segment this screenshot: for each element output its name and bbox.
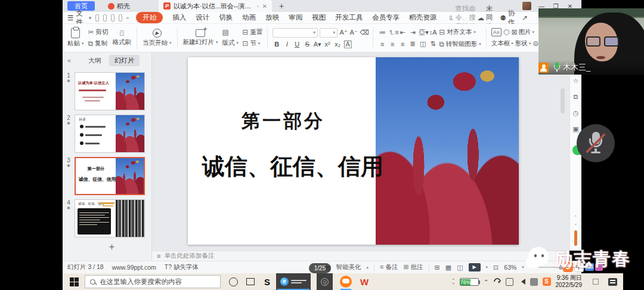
vertical-scrollbar[interactable] xyxy=(561,88,565,113)
align-right-button[interactable]: ≡ xyxy=(398,41,407,48)
start-button[interactable] xyxy=(70,277,79,286)
output-icon[interactable] xyxy=(103,14,107,21)
ribbon-tab-view[interactable]: 视图 xyxy=(312,13,326,22)
task-view-button[interactable] xyxy=(246,278,255,285)
app-window-button[interactable]: Q xyxy=(317,273,333,290)
layout-button[interactable]: 版式▾ xyxy=(222,39,239,47)
speaker-icon[interactable] xyxy=(518,279,525,285)
play-from-current-button[interactable]: ▶ 当页开始▾ xyxy=(143,29,172,47)
more-commands-icon[interactable]: » xyxy=(126,15,129,21)
panel-scroll-thumb[interactable] xyxy=(574,230,577,246)
notes-button[interactable]: ≡ 备注 xyxy=(380,263,398,272)
tray-caret-icon[interactable]: ⌃ xyxy=(484,279,488,285)
text-direction-button[interactable]: 亞▾ xyxy=(419,28,427,37)
smart-graphic-button[interactable]: ⧉转智能图形▾ xyxy=(439,40,481,48)
ribbon-tab-home[interactable]: 开始 xyxy=(136,12,163,23)
strikethrough-button[interactable]: S xyxy=(303,41,311,48)
align-center-button[interactable]: ≡ xyxy=(388,41,397,48)
ribbon-tab-docer-res[interactable]: 稻壳资源 xyxy=(409,13,436,22)
align-text-button[interactable]: ⊟对齐文本▾ xyxy=(439,28,476,36)
underline-button[interactable]: U xyxy=(293,41,301,48)
edge-window-button[interactable]: e xyxy=(276,273,311,290)
highlight-button[interactable]: 🄰 xyxy=(343,41,352,48)
font-color-button[interactable]: A▾ xyxy=(313,41,321,48)
section-button[interactable]: ⊡节▾ xyxy=(242,39,262,48)
ribbon-tab-devtools[interactable]: 开发工具 xyxy=(335,13,363,22)
normal-view-icon[interactable]: ⊞ xyxy=(435,264,440,272)
voice-input-icon[interactable] xyxy=(530,278,538,286)
show-desktop-button[interactable] xyxy=(593,279,599,285)
zoom-level[interactable]: 63% xyxy=(504,264,516,271)
history-icon[interactable]: ◷ xyxy=(570,109,581,117)
participant-video[interactable]: 木木三_ xyxy=(538,8,644,75)
ribbon-tab-animation[interactable]: 动画 xyxy=(242,13,256,22)
tab-docer[interactable]: 稻壳 xyxy=(103,1,135,12)
app-icon-s[interactable]: S xyxy=(264,277,270,287)
layout-icon-button[interactable]: ▤ xyxy=(222,29,239,36)
clear-format-button[interactable]: ⌫ xyxy=(360,29,368,36)
columns-button[interactable]: ◫ xyxy=(419,40,427,48)
format-painter-button[interactable]: ⌼ 格式刷 xyxy=(113,30,132,47)
new-tab-button[interactable]: + xyxy=(279,1,284,11)
ribbon-tab-slideshow[interactable]: 放映 xyxy=(265,13,279,22)
bullets-button[interactable]: ≔ xyxy=(378,29,386,36)
effects-icon[interactable]: ☆ xyxy=(570,77,581,85)
fit-slide-icon[interactable]: ⊡ xyxy=(493,264,499,272)
share-icon[interactable]: ↗ xyxy=(522,14,528,22)
taskbar-search-input[interactable]: 在这里输入你要搜索的内容 xyxy=(85,275,221,288)
tab-document[interactable]: P 以诚为本·以信...班会--演示版 ▫ ✕ xyxy=(159,0,272,12)
new-slide-button[interactable]: 新建幻灯片▾ xyxy=(183,29,218,47)
tab-outline[interactable]: 大纲 xyxy=(83,55,107,66)
mute-microphone-button[interactable] xyxy=(577,124,615,162)
subscript-button[interactable]: x₂ xyxy=(333,41,342,48)
ribbon-tab-transition[interactable]: 切换 xyxy=(219,13,233,22)
slide-thumbnail-2[interactable]: 目录 xyxy=(75,115,145,153)
save-icon[interactable] xyxy=(95,14,99,21)
para-spacing-button[interactable]: ⇅ xyxy=(429,40,437,48)
font-name-select[interactable]: ▾ xyxy=(273,28,318,38)
tab-slides[interactable]: 幻灯片 xyxy=(109,55,140,66)
italic-button[interactable]: I xyxy=(283,41,291,48)
sogou-tray-icon[interactable]: S xyxy=(543,277,551,286)
slide-canvas[interactable]: 第一部分 诚信、征信、信用 xyxy=(188,57,519,245)
reading-view-icon[interactable]: ◫ xyxy=(457,264,463,272)
chat-app-icon[interactable] xyxy=(340,276,352,288)
line-spacing-button[interactable]: ↕A xyxy=(429,29,437,36)
slide-title-part[interactable]: 第一部分 xyxy=(188,109,379,134)
close-tab-icon[interactable]: ✕ xyxy=(262,3,267,10)
reset-button[interactable]: ⊟重置 xyxy=(242,28,262,36)
duplicate-icon[interactable]: ⧉ xyxy=(570,93,581,101)
security-icon[interactable] xyxy=(506,278,513,286)
decrease-font-button[interactable]: A⁻ xyxy=(349,29,358,36)
play-options-icon[interactable]: ▾ xyxy=(486,265,488,270)
align-left-button[interactable]: ≡ xyxy=(378,41,386,48)
wps-app-icon[interactable]: W xyxy=(360,277,369,287)
wifi-icon[interactable] xyxy=(492,277,502,287)
justify-button[interactable]: ≣ xyxy=(408,40,417,48)
ribbon-tab-review[interactable]: 审阅 xyxy=(289,13,302,22)
ribbon-tab-member[interactable]: 会员专享 xyxy=(372,13,400,22)
font-size-select[interactable]: ▾ xyxy=(320,28,338,38)
tray-expand-icons[interactable]: ⌃⌄ xyxy=(451,279,455,284)
ribbon-tab-insert[interactable]: 插入 xyxy=(172,13,186,22)
comments-button[interactable]: ⊞ 批注 xyxy=(403,263,423,272)
shape-button[interactable]: 形状▾ xyxy=(515,39,531,48)
slideshow-play-button[interactable]: ▶ xyxy=(469,263,481,272)
slide-thumbnail-4[interactable]: 诚信、征信、信用 xyxy=(75,199,145,237)
print-icon[interactable] xyxy=(111,14,114,21)
superscript-button[interactable]: x² xyxy=(323,41,332,48)
beautify-button[interactable]: 智能美化 xyxy=(336,263,361,272)
add-slide-button[interactable]: + xyxy=(72,242,151,252)
slide-thumbnail-1[interactable]: 以诚为本·以信立人 xyxy=(75,72,145,110)
notes-bar[interactable]: ≡ 单击此处添加备注 xyxy=(152,251,569,261)
picture-button[interactable]: ⊠图片▾ xyxy=(512,28,535,36)
collapse-icon[interactable]: ▴ xyxy=(367,265,369,270)
bold-button[interactable]: B xyxy=(273,41,281,48)
graduation-photo[interactable] xyxy=(376,57,519,245)
cut-button[interactable]: ✂剪切 xyxy=(88,28,109,36)
increase-font-button[interactable]: A⁺ xyxy=(339,29,348,36)
cortana-button[interactable] xyxy=(229,277,238,286)
paste-button[interactable]: 粘贴▾ xyxy=(67,28,84,48)
taskbar-clock[interactable]: 9:36 周日 2022/5/29 xyxy=(556,274,583,289)
missing-font-warning[interactable]: T? 缺失字体 xyxy=(165,263,199,272)
